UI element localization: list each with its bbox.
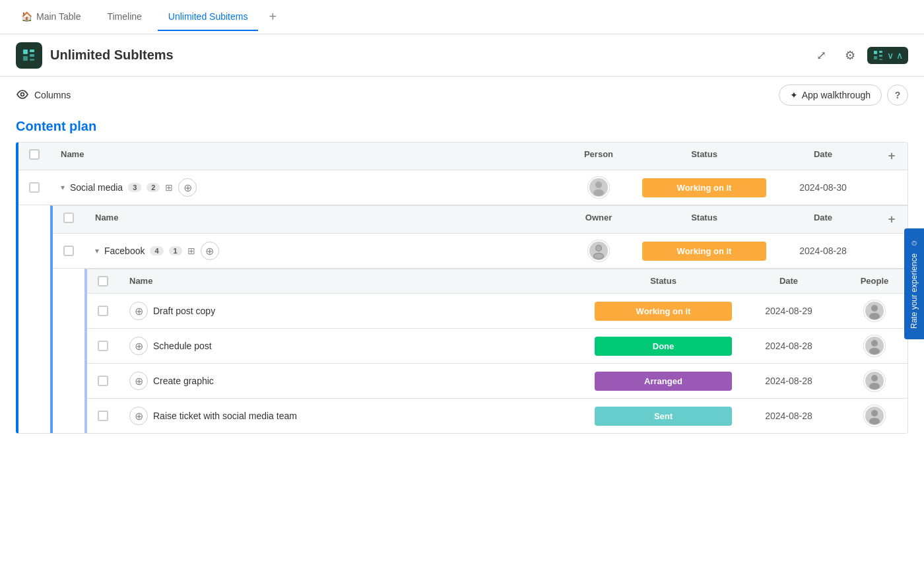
outer-col-check	[18, 143, 50, 170]
subsub-row-people-2	[842, 364, 908, 398]
tab-bar: 🏠 Main Table Timeline Unlimited Subitems…	[0, 0, 924, 34]
question-mark: ?	[895, 90, 901, 100]
subsub-row-status-0[interactable]: Working on it	[591, 298, 736, 325]
sub-row-add	[876, 244, 908, 257]
subsub-row-people-1	[842, 329, 908, 363]
subsub-row-status-2[interactable]: Arranged	[591, 368, 736, 395]
outer-row-status[interactable]: Working on it	[638, 174, 770, 201]
badge-count2: 2	[147, 183, 160, 192]
sub-col-date: Date	[770, 206, 876, 233]
outer-col-date: Date	[770, 143, 876, 170]
sub-select-all-checkbox[interactable]	[63, 213, 74, 223]
sub-row-name: ▾ Facebook 4 1 ⊞ ⊕	[84, 235, 559, 267]
subsub-status-badge-0: Working on it	[595, 302, 732, 321]
subsub-table: Name Status Date People ⊕ Draft post cop…	[84, 269, 908, 433]
subsub-row-name-0: ⊕ Draft post copy	[119, 295, 591, 327]
expand-row-icon[interactable]: ▾	[61, 183, 65, 192]
subsub-checkbox-2[interactable]	[98, 376, 108, 386]
sub-col-name: Name	[84, 206, 559, 233]
add-tab-button[interactable]: +	[263, 4, 282, 30]
help-button[interactable]: ?	[887, 84, 908, 106]
sub-row-date: 2024-08-28	[770, 239, 876, 263]
svg-point-15	[596, 246, 601, 251]
svg-point-10	[21, 92, 24, 96]
tab-timeline[interactable]: Timeline	[96, 3, 152, 31]
svg-point-11	[595, 182, 602, 188]
expand-button[interactable]: ⤢	[809, 44, 833, 67]
subsub-col-name: Name	[119, 269, 591, 293]
add-column-icon[interactable]: +	[888, 149, 896, 162]
subsub-chat-1[interactable]: ⊕	[129, 337, 148, 355]
subitems-icon[interactable]: ⊞	[165, 182, 173, 193]
svg-rect-4	[30, 59, 34, 61]
chat-button[interactable]: ⊕	[178, 178, 197, 197]
sub-row-name-text: Facebook	[104, 246, 145, 256]
sub-row-status[interactable]: Working on it	[638, 238, 770, 265]
subsub-row-status-1[interactable]: Done	[591, 333, 736, 360]
columns-button[interactable]: Columns	[16, 88, 71, 103]
svg-point-16	[594, 253, 603, 259]
outer-table-header: Name Person Status Date +	[18, 143, 908, 170]
group-title: Content plan	[16, 119, 908, 134]
outer-row-check	[18, 176, 50, 199]
toolbar-right: ✦ App walkthrough ?	[779, 84, 908, 106]
svg-rect-6	[874, 56, 877, 59]
svg-rect-0	[23, 50, 28, 54]
tab-main-table[interactable]: 🏠 Main Table	[11, 3, 91, 31]
avatar	[588, 177, 609, 198]
rate-experience-sidebar[interactable]: Rate your experience ☺	[904, 228, 924, 339]
subsub-checkbox-3[interactable]	[98, 411, 108, 421]
subsub-row-name-2: ⊕ Create graphic	[119, 365, 591, 397]
row-name-text: Social media	[70, 182, 123, 193]
subsub-status-badge-1: Done	[595, 337, 732, 356]
sub-add-column-icon[interactable]: +	[888, 213, 896, 226]
status-badge: Working on it	[642, 178, 766, 197]
select-all-checkbox[interactable]	[29, 149, 40, 160]
outer-row-person	[559, 170, 638, 205]
svg-rect-5	[874, 51, 877, 54]
sub-row-checkbox[interactable]	[63, 246, 74, 256]
subsub-checkbox-0[interactable]	[98, 306, 108, 316]
outer-col-person: Person	[559, 143, 638, 170]
walkthrough-button[interactable]: ✦ App walkthrough	[779, 84, 882, 106]
subsub-row-date-1: 2024-08-28	[736, 334, 842, 358]
tab-unlimited-subitems[interactable]: Unlimited Subitems	[158, 3, 259, 31]
outer-col-add[interactable]: +	[876, 143, 908, 170]
subsub-row-people-3	[842, 399, 908, 433]
sub-expand-icon[interactable]: ▾	[95, 246, 99, 255]
svg-rect-7	[879, 51, 882, 53]
sub-chat-button[interactable]: ⊕	[201, 242, 219, 260]
row-checkbox[interactable]	[29, 182, 40, 193]
subsub-row-graphic: ⊕ Create graphic Arranged 2024-08-28	[87, 364, 908, 399]
sub-badge-count2: 1	[169, 246, 182, 255]
outer-col-name: Name	[50, 143, 559, 170]
sparkle-icon: ✦	[790, 90, 798, 100]
subsub-chat-0[interactable]: ⊕	[129, 302, 148, 320]
sub-subitems-icon[interactable]: ⊞	[187, 246, 195, 256]
sub-badge-count1: 4	[150, 246, 163, 255]
badge-count1: 3	[128, 183, 141, 192]
settings-button[interactable]: ⚙	[838, 44, 862, 67]
subsub-row-status-3[interactable]: Sent	[591, 403, 736, 430]
outer-row-name: ▾ Social media 3 2 ⊞ ⊕	[50, 172, 559, 203]
sub-status-badge: Working on it	[642, 242, 766, 261]
subsub-row-check-2	[87, 369, 119, 393]
app-icon	[16, 42, 42, 69]
subsub-name-text-3: Raise ticket with social media team	[153, 411, 297, 421]
rate-icon: ☺	[909, 239, 919, 248]
subsub-checkbox-1[interactable]	[98, 341, 108, 351]
svg-point-22	[869, 383, 880, 389]
subsub-row-schedule: ⊕ Schedule post Done 2024-08-28	[87, 329, 908, 364]
subsub-chat-3[interactable]: ⊕	[129, 407, 148, 425]
outer-row-date: 2024-08-30	[770, 176, 876, 199]
svg-point-17	[871, 305, 878, 312]
subsub-name-text-2: Create graphic	[153, 376, 214, 386]
subsub-chat-2[interactable]: ⊕	[129, 372, 148, 390]
outer-row-add	[876, 181, 908, 194]
subsub-select-all-checkbox[interactable]	[98, 276, 108, 286]
svg-point-18	[869, 313, 880, 319]
view-switcher-button[interactable]: ∨ ∧	[867, 47, 908, 64]
eye-icon	[16, 88, 29, 103]
chevron-down-icon: ∨	[887, 50, 894, 61]
sub-col-add[interactable]: +	[876, 206, 908, 233]
